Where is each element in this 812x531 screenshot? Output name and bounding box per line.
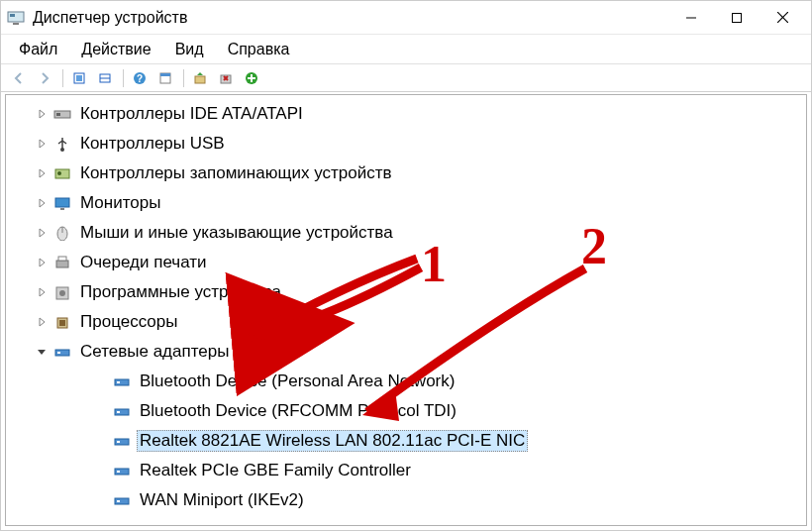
tree-device[interactable]: Realtek 8821AE Wireless LAN 802.11ac PCI… <box>6 426 806 456</box>
network-icon <box>53 344 71 360</box>
toolbar-separator <box>123 69 124 87</box>
svg-rect-42 <box>117 471 120 473</box>
svg-point-20 <box>60 148 64 152</box>
tree-device-label: Bluetooth Device (Personal Area Network) <box>137 371 457 392</box>
mouse-icon <box>53 225 71 241</box>
toolbar-scan-hardware-icon[interactable] <box>240 67 263 89</box>
svg-rect-24 <box>60 208 64 210</box>
usb-icon <box>53 136 71 152</box>
svg-rect-14 <box>160 73 170 76</box>
monitor-icon <box>53 195 71 211</box>
svg-rect-15 <box>195 76 205 83</box>
menu-help[interactable]: Справка <box>218 39 300 60</box>
tree-category[interactable]: Контроллеры запоминающих устройств <box>6 159 806 188</box>
cpu-icon <box>53 314 71 330</box>
svg-rect-4 <box>733 13 742 22</box>
svg-rect-27 <box>56 261 68 267</box>
tree-category-label: Мониторы <box>77 192 163 214</box>
toolbar-help-icon[interactable]: ? <box>128 67 152 89</box>
tree-device[interactable]: Bluetooth Device (RFCOMM Protocol TDI) <box>6 396 806 426</box>
tree-category[interactable]: Мониторы <box>6 188 806 218</box>
toolbar-separator <box>183 69 184 87</box>
tree-device-label: Realtek 8821AE Wireless LAN 802.11ac PCI… <box>137 430 528 452</box>
chevron-right-icon[interactable] <box>34 284 50 300</box>
tree-category[interactable]: Контроллеры USB <box>6 129 806 159</box>
menubar: Файл Действие Вид Справка <box>1 35 811 64</box>
ide-icon <box>53 106 71 122</box>
svg-rect-28 <box>58 257 66 261</box>
tree-device[interactable]: WAN Miniport (IKEv2) <box>6 485 806 515</box>
svg-rect-8 <box>76 75 82 81</box>
menu-file[interactable]: Файл <box>9 39 67 60</box>
svg-text:?: ? <box>137 73 143 84</box>
tree-category[interactable]: Процессоры <box>6 307 806 337</box>
toolbar-separator <box>62 69 63 87</box>
toolbar-update-driver-icon[interactable] <box>188 67 212 89</box>
titlebar: Диспетчер устройств <box>1 1 811 35</box>
svg-rect-1 <box>10 14 15 17</box>
chevron-down-icon[interactable] <box>34 344 50 360</box>
svg-rect-38 <box>117 411 120 413</box>
window-title: Диспетчер устройств <box>33 9 668 27</box>
chevron-right-icon[interactable] <box>34 165 50 181</box>
tree-category-label: Очереди печати <box>77 252 210 273</box>
toolbar-forward-icon[interactable] <box>33 67 56 89</box>
svg-point-22 <box>57 171 61 175</box>
device-tree: Контроллеры IDE ATA/ATAPIКонтроллеры USB… <box>6 95 806 519</box>
chevron-right-icon[interactable] <box>34 106 50 122</box>
netadapter-icon <box>113 463 131 478</box>
tree-device[interactable]: Bluetooth Device (Personal Area Network) <box>6 367 806 396</box>
close-button[interactable] <box>760 2 805 34</box>
tree-category-label: Контроллеры IDE ATA/ATAPI <box>77 103 306 125</box>
netadapter-icon <box>113 492 131 508</box>
svg-point-30 <box>59 290 65 296</box>
tree-category-label: Программные устройства <box>77 281 284 303</box>
svg-rect-44 <box>117 500 120 502</box>
svg-rect-36 <box>117 381 120 383</box>
tree-device-label: WAN Miniport (IKEv2) <box>137 489 307 511</box>
toolbar-uninstall-icon[interactable] <box>214 67 238 89</box>
svg-rect-2 <box>13 23 19 25</box>
toolbar-back-icon[interactable] <box>7 67 31 89</box>
maximize-button[interactable] <box>714 2 760 34</box>
tree-category[interactable]: Очереди печати <box>6 248 806 277</box>
tree-category-label: Мыши и иные указывающие устройства <box>77 222 396 244</box>
tree-category-label: Контроллеры USB <box>77 133 228 155</box>
chevron-right-icon[interactable] <box>34 225 50 241</box>
tree-category-label: Контроллеры запоминающих устройств <box>77 162 394 184</box>
tree-device-label: Realtek PCIe GBE Family Controller <box>137 460 414 481</box>
device-tree-panel[interactable]: Контроллеры IDE ATA/ATAPIКонтроллеры USB… <box>5 94 807 526</box>
netadapter-icon <box>113 433 131 449</box>
tree-category[interactable]: Программные устройства <box>6 277 806 307</box>
tree-device-label: Bluetooth Device (RFCOMM Protocol TDI) <box>137 400 459 422</box>
chevron-right-icon[interactable] <box>34 195 50 211</box>
tree-category[interactable]: Сетевые адаптеры <box>6 337 806 367</box>
software-icon <box>53 284 71 300</box>
toolbar-show-hidden-icon[interactable] <box>93 67 117 89</box>
tree-category-label: Сетевые адаптеры <box>77 341 232 363</box>
menu-view[interactable]: Вид <box>165 39 214 60</box>
menu-action[interactable]: Действие <box>71 39 160 60</box>
svg-rect-23 <box>55 198 69 207</box>
window-controls <box>668 2 805 34</box>
toolbar-up-icon[interactable] <box>67 67 91 89</box>
printer-icon <box>53 255 71 270</box>
toolbar-properties-icon[interactable] <box>153 67 177 89</box>
minimize-button[interactable] <box>668 2 714 34</box>
tree-category[interactable]: Контроллеры IDE ATA/ATAPI <box>6 99 806 129</box>
netadapter-icon <box>113 403 131 419</box>
svg-rect-32 <box>59 320 65 326</box>
chevron-right-icon[interactable] <box>34 255 50 270</box>
tree-device[interactable]: Realtek PCIe GBE Family Controller <box>6 456 806 485</box>
svg-rect-34 <box>57 352 60 354</box>
app-icon <box>7 9 25 27</box>
netadapter-icon <box>113 373 131 389</box>
tree-category[interactable]: Мыши и иные указывающие устройства <box>6 218 806 248</box>
svg-rect-19 <box>56 113 60 116</box>
storage-icon <box>53 165 71 181</box>
svg-rect-40 <box>117 441 120 443</box>
tree-category-label: Процессоры <box>77 311 180 333</box>
chevron-right-icon[interactable] <box>34 136 50 152</box>
toolbar: ? <box>1 64 811 92</box>
chevron-right-icon[interactable] <box>34 314 50 330</box>
